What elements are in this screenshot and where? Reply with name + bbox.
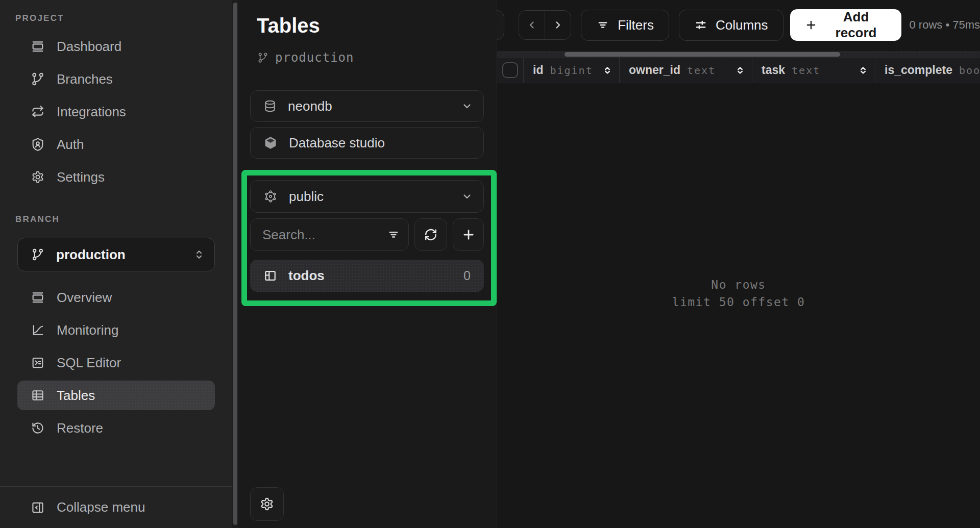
empty-state-line2: limit 50 offset 0: [497, 293, 980, 311]
sidebar-item-integrations[interactable]: Integrations: [17, 97, 215, 127]
collapse-menu-button[interactable]: Collapse menu: [17, 493, 215, 522]
schema-selector-value: public: [289, 189, 324, 205]
sql-editor-icon: [31, 356, 45, 370]
sidebar-item-label: Integrations: [57, 104, 126, 120]
sidebar-item-label: Tables: [57, 388, 95, 404]
git-branch-icon: [31, 248, 44, 261]
filters-icon: [596, 18, 609, 32]
sidebar-item-label: Monitoring: [57, 322, 118, 338]
sidebar-item-tables[interactable]: Tables: [17, 381, 215, 410]
chevron-down-icon: [461, 190, 473, 203]
sidebar-item-overview[interactable]: Overview: [17, 283, 215, 312]
database-selector-value: neondb: [288, 98, 332, 114]
next-page-button[interactable]: [545, 11, 571, 39]
monitoring-icon: [31, 323, 45, 337]
sidebar-item-label: Restore: [57, 420, 103, 436]
sidebar-item-label: Auth: [57, 137, 84, 153]
tables-panel: Tables production neondb Database studio…: [238, 0, 497, 528]
sidebar-item-label: Settings: [57, 169, 105, 185]
column-header-owner-id[interactable]: owner_id text: [620, 58, 752, 83]
database-studio-button[interactable]: Database studio: [250, 127, 484, 159]
column-name: id: [533, 63, 543, 77]
sidebar-item-label: Branches: [57, 71, 113, 87]
column-name: is_complete: [885, 63, 952, 77]
search-input[interactable]: [251, 227, 378, 243]
restore-icon: [31, 421, 45, 435]
sidebar-item-dashboard[interactable]: Dashboard: [17, 32, 215, 61]
schema-icon: [263, 189, 278, 204]
overview-icon: [31, 290, 45, 305]
sort-icon[interactable]: [858, 65, 868, 76]
table-icon: [31, 388, 45, 403]
chevron-right-icon: [552, 19, 564, 31]
database-studio-label: Database studio: [289, 135, 385, 151]
sidebar-footer: Collapse menu: [0, 486, 232, 528]
project-section-label: PROJECT: [0, 0, 232, 29]
plus-icon: [804, 18, 818, 32]
grid-header-row: id bigint owner_id text task text is_com…: [497, 58, 980, 83]
sliders-icon: [694, 18, 707, 32]
chevron-left-icon: [526, 19, 538, 31]
column-type: text: [792, 64, 820, 77]
column-header-task[interactable]: task text: [752, 58, 875, 83]
sidebar-scrollbar[interactable]: [232, 0, 238, 528]
sort-icon[interactable]: [735, 65, 745, 76]
sidebar-scrollbar-thumb[interactable]: [233, 3, 237, 525]
sidebar-item-label: Overview: [57, 290, 112, 306]
collapse-menu-label: Collapse menu: [57, 499, 145, 515]
sidebar-item-sql-editor[interactable]: SQL Editor: [17, 348, 215, 378]
horizontal-scrollbar-thumb[interactable]: [565, 52, 840, 57]
sidebar-item-monitoring[interactable]: Monitoring: [17, 315, 215, 345]
neon-console-window: PROJECT Dashboard Branches Integrations …: [0, 0, 980, 528]
shield-user-icon: [31, 137, 45, 152]
data-grid-area: Filters Columns Add record 0 rows • 75ms…: [497, 0, 980, 528]
branch-selector[interactable]: production: [17, 238, 215, 271]
schema-selector[interactable]: public: [250, 180, 484, 213]
table-search-row: [250, 218, 484, 251]
table-list-item-todos[interactable]: todos 0: [250, 260, 484, 292]
select-all-checkbox[interactable]: [502, 62, 518, 78]
integrations-icon: [31, 105, 45, 119]
sidebar-item-label: SQL Editor: [57, 355, 121, 371]
column-type: boolean: [959, 64, 980, 77]
gear-icon: [259, 496, 275, 512]
chevron-down-icon: [461, 100, 473, 112]
query-status: 0 rows • 75ms: [909, 18, 980, 32]
filters-button[interactable]: Filters: [581, 10, 669, 41]
sidebar-item-label: Dashboard: [57, 39, 121, 55]
columns-button[interactable]: Columns: [679, 10, 783, 41]
collapse-menu-icon: [31, 500, 45, 515]
sort-icon[interactable]: [602, 65, 612, 76]
sidebar-item-auth[interactable]: Auth: [17, 130, 215, 159]
branch-selector-value: production: [56, 247, 126, 263]
filter-icon[interactable]: [387, 228, 400, 241]
panel-settings-button[interactable]: [250, 487, 284, 521]
prev-page-button[interactable]: [519, 11, 545, 39]
column-name: owner_id: [629, 63, 680, 77]
database-selector[interactable]: neondb: [250, 90, 484, 122]
add-record-button[interactable]: Add record: [790, 9, 902, 41]
column-header-id[interactable]: id bigint: [524, 58, 620, 83]
branch-section-label: BRANCH: [0, 195, 232, 230]
git-branch-icon: [257, 52, 268, 63]
chevrons-up-down-icon: [193, 248, 205, 261]
breadcrumb-branch: production: [257, 51, 354, 65]
gear-icon: [31, 170, 45, 184]
refresh-button[interactable]: [414, 218, 447, 251]
database-studio-icon: [263, 136, 278, 150]
pagination-group: [519, 10, 571, 40]
column-header-is-complete[interactable]: is_complete boolean: [875, 58, 980, 83]
empty-state-line1: No rows: [497, 276, 980, 293]
sidebar-item-settings[interactable]: Settings: [17, 162, 215, 192]
sidebar-item-restore[interactable]: Restore: [17, 413, 215, 443]
horizontal-scrollbar[interactable]: [497, 51, 980, 58]
add-record-label: Add record: [825, 9, 888, 41]
columns-button-label: Columns: [716, 17, 768, 33]
dashboard-icon: [31, 39, 45, 54]
search-field: [250, 218, 409, 251]
sidebar: PROJECT Dashboard Branches Integrations …: [0, 0, 232, 528]
column-type: bigint: [550, 64, 593, 77]
database-icon: [263, 99, 277, 113]
add-table-button[interactable]: [453, 218, 484, 251]
sidebar-item-branches[interactable]: Branches: [17, 64, 215, 94]
